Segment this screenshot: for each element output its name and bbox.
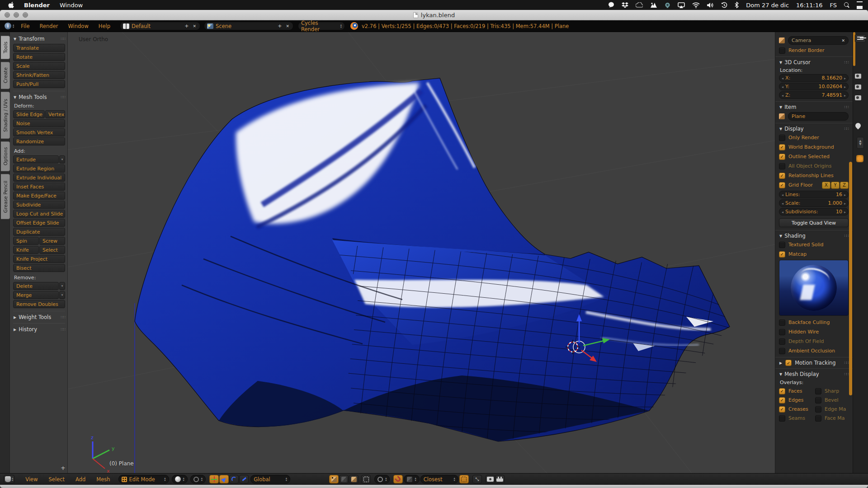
grid-axis-x-button[interactable]: X xyxy=(822,182,830,189)
delete-dropdown-icon[interactable]: ▾ xyxy=(59,282,65,290)
volume-icon[interactable] xyxy=(707,1,714,9)
menubar-date[interactable]: Dom 27 de dic xyxy=(746,2,789,9)
cursor-z-field[interactable]: Z: 7.48591 xyxy=(779,91,849,99)
creative-cloud-icon[interactable] xyxy=(636,1,643,9)
opengl-render-anim-button[interactable] xyxy=(495,475,505,483)
tool-randomize[interactable]: Randomize xyxy=(13,137,65,145)
matcap-checkbox[interactable] xyxy=(779,251,785,258)
render-border-checkbox[interactable] xyxy=(779,47,785,54)
apple-logo-icon[interactable] xyxy=(8,2,14,9)
tool-knife[interactable]: Knife xyxy=(13,246,39,254)
tool-rotate[interactable]: Rotate xyxy=(13,53,65,61)
tool-duplicate[interactable]: Duplicate xyxy=(13,228,65,236)
grid-lines-field[interactable]: Lines: 16 xyxy=(779,191,849,198)
panel-header-mesh-tools[interactable]: Mesh Tools xyxy=(14,94,65,100)
panel-header-mesh-display[interactable]: Mesh Display xyxy=(779,371,849,377)
rotate-manipulator-button[interactable] xyxy=(229,475,239,483)
panel-drag-dots-icon[interactable] xyxy=(844,234,849,238)
panel-header-3d-cursor[interactable]: 3D Cursor xyxy=(779,59,849,66)
depth-of-field-checkbox[interactable] xyxy=(779,338,785,345)
viewport-shading-selector[interactable] xyxy=(172,475,188,483)
render-engine-selector[interactable]: Cycles Render xyxy=(298,22,345,30)
vertex-select-button[interactable] xyxy=(329,475,339,483)
cursor-x-field[interactable]: X: 8.16620 xyxy=(779,74,849,82)
lock-object-field[interactable]: Camera xyxy=(788,36,849,45)
tool-merge[interactable]: Merge xyxy=(13,291,59,299)
item-name-field[interactable]: Plane xyxy=(788,112,849,121)
tool-translate[interactable]: Translate xyxy=(13,44,65,52)
tool-inset-faces[interactable]: Inset Faces xyxy=(13,183,65,191)
tool-offset-edge-slide[interactable]: Offset Edge Slide xyxy=(13,219,65,227)
overlay-bevel-checkbox[interactable] xyxy=(815,397,821,404)
wifi-icon[interactable] xyxy=(692,1,700,9)
tool-slide-edge[interactable]: Slide Edge xyxy=(13,110,45,118)
scene-tab-icon[interactable] xyxy=(855,95,861,100)
window-titlebar[interactable]: lykan.blend xyxy=(0,10,868,20)
mode-selector[interactable]: Edit Mode xyxy=(118,475,169,483)
tab-tools[interactable]: Tools xyxy=(1,36,10,59)
render-tab-icon[interactable] xyxy=(855,74,861,79)
panel-header-motion-tracking[interactable]: Motion Tracking xyxy=(779,360,849,366)
editor-type-selector[interactable]: i xyxy=(5,23,14,29)
tool-shrink-fatten[interactable]: Shrink/Fatten xyxy=(13,71,65,79)
editor-type-button[interactable] xyxy=(4,475,14,483)
menu-render[interactable]: Render xyxy=(35,23,63,29)
snap-element-selector[interactable] xyxy=(404,475,419,483)
ambient-occlusion-checkbox[interactable] xyxy=(779,348,785,354)
modifier-gear-icon[interactable] xyxy=(856,155,863,162)
outline-selected-checkbox[interactable] xyxy=(779,154,785,160)
scale-manipulator-button[interactable] xyxy=(239,475,249,483)
delete-layout-button[interactable] xyxy=(192,23,197,29)
merge-dropdown-icon[interactable]: ▾ xyxy=(59,291,65,299)
screen-layout-selector[interactable]: Default xyxy=(120,22,200,30)
panel-drag-dots-icon[interactable] xyxy=(61,315,65,319)
car-model[interactable] xyxy=(135,78,735,455)
notification-center-icon[interactable] xyxy=(857,1,863,6)
tool-bisect[interactable]: Bisect xyxy=(13,264,65,272)
grid-floor-checkbox[interactable] xyxy=(779,182,785,188)
tool-push-pull[interactable]: Push/Pull xyxy=(13,80,65,88)
edge-select-button[interactable] xyxy=(339,475,349,483)
properties-editor-strip[interactable]: ▲▼ xyxy=(853,32,868,473)
tab-create[interactable]: Create xyxy=(1,62,10,89)
proportional-edit-selector[interactable] xyxy=(374,475,390,483)
menu-help[interactable]: Help xyxy=(94,23,115,29)
render-layers-tab-icon[interactable] xyxy=(855,84,861,89)
tool-extrude[interactable]: Extrude xyxy=(13,155,59,164)
speech-balloon-icon[interactable] xyxy=(608,1,614,9)
menu-mesh[interactable]: Mesh xyxy=(91,476,115,483)
propstrip-spinner[interactable]: ▲▼ xyxy=(857,137,864,149)
viewport-3d[interactable]: User Ortho (0) Plane xyxy=(68,32,775,473)
scene-selector[interactable]: Scene xyxy=(204,22,293,30)
shelf-expand-plus-icon[interactable]: + xyxy=(61,465,66,471)
limit-to-visible-button[interactable] xyxy=(361,475,371,483)
tool-extrude-region[interactable]: Extrude Region xyxy=(13,164,65,173)
overlay-edge-marks-checkbox[interactable] xyxy=(815,406,821,413)
menu-file[interactable]: File xyxy=(16,23,34,29)
delete-scene-button[interactable] xyxy=(285,23,290,29)
panel-drag-dots-icon[interactable] xyxy=(844,127,849,131)
tool-remove-doubles[interactable]: Remove Doubles xyxy=(13,300,65,308)
pin-icon[interactable] xyxy=(854,122,862,130)
grid-subdivisions-field[interactable]: Subdivisions: 10 xyxy=(779,208,849,216)
overlay-face-marks-checkbox[interactable] xyxy=(815,415,821,422)
add-scene-button[interactable] xyxy=(277,23,283,29)
menubar-user-initials[interactable]: FS xyxy=(830,2,837,9)
tab-options[interactable]: Options xyxy=(1,141,10,171)
time-machine-icon[interactable] xyxy=(721,1,727,9)
panel-header-item[interactable]: Item xyxy=(779,104,849,110)
panel-drag-dots-icon[interactable] xyxy=(844,361,849,365)
snap-align-button[interactable]: ⤡ xyxy=(472,475,482,483)
menubar-app-name[interactable]: Blender xyxy=(24,2,50,9)
npanel-scrollbar[interactable] xyxy=(849,162,852,395)
translate-manipulator-button[interactable] xyxy=(219,475,229,483)
tool-knife-project[interactable]: Knife Project xyxy=(13,255,65,263)
bluetooth-icon[interactable] xyxy=(735,1,739,9)
extrude-dropdown-icon[interactable]: ▾ xyxy=(59,155,65,164)
tool-knife-select[interactable]: Select xyxy=(39,246,65,254)
tool-vertex-slide[interactable]: Vertex xyxy=(45,110,65,118)
menu-view[interactable]: View xyxy=(20,476,43,483)
tool-screw[interactable]: Screw xyxy=(39,237,65,245)
overlay-seams-checkbox[interactable] xyxy=(779,415,785,422)
tool-spin[interactable]: Spin xyxy=(13,237,39,245)
